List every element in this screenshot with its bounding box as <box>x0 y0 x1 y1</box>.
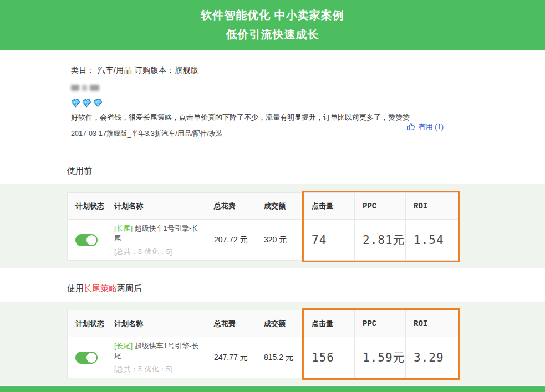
helpful-label: 有用 (1) <box>419 122 444 132</box>
section-title-suffix: 两周后 <box>117 283 142 293</box>
section-title-text: 使用前 <box>67 166 92 175</box>
banner-title-line2: 低价引流快速成长 <box>226 27 319 42</box>
plan-table-after: 计划状态 计划名称 总花费 成交额 点击量 PPC ROI [长尾] 超级快车1… <box>67 310 459 378</box>
roi-cell: 1.54 <box>406 220 459 261</box>
total-cost-cell: 207.72 元 <box>206 220 256 261</box>
toggle-knob <box>86 353 96 363</box>
page: 软件智能优化 中小卖家案例 低价引流快速成长 类目： 汽车/用品 订购版本：旗舰… <box>0 0 545 392</box>
clicks-cell: 156 <box>304 337 355 378</box>
status-cell <box>68 337 106 378</box>
blurred-username <box>71 85 545 91</box>
col-header-deal: 成交额 <box>256 310 304 337</box>
status-cell <box>68 220 106 261</box>
col-header-cost: 总花费 <box>206 193 256 220</box>
table-header-row: 计划状态 计划名称 总花费 成交额 点击量 PPC ROI <box>68 193 459 220</box>
col-header-roi: ROI <box>406 193 459 220</box>
section-title-before: 使用前 <box>67 166 545 176</box>
col-header-status: 计划状态 <box>68 193 106 220</box>
col-header-cost: 总花费 <box>206 310 256 337</box>
diamond-icon <box>82 98 91 108</box>
table-band-after: 计划状态 计划名称 总花费 成交额 点击量 PPC ROI [长尾] 超级快车1… <box>0 302 545 385</box>
review-date-line: 2017-03-17旗舰版_半年3.3折汽车/用品/配件/改装 <box>71 129 545 139</box>
col-header-status: 计划状态 <box>68 310 106 337</box>
total-cost-cell: 247.77 元 <box>206 337 256 378</box>
review-text: 好软件，会省钱，很爱长尾策略，点击单价真的下降了不少，流量有明显提升，订单比以前… <box>71 113 545 123</box>
col-header-ppc: PPC <box>355 310 406 337</box>
banner-title-line1: 软件智能优化 中小卖家案例 <box>201 8 344 23</box>
col-header-deal: 成交额 <box>256 193 304 220</box>
table-header-row: 计划状态 计划名称 总花费 成交额 点击量 PPC ROI <box>68 310 459 337</box>
helpful-button[interactable]: 有用 (1) <box>406 122 444 132</box>
diamond-icon <box>93 98 103 108</box>
table-band-before: 计划状态 计划名称 总花费 成交额 点击量 PPC ROI [长尾] 超级快车1… <box>0 184 545 268</box>
toggle-knob <box>86 235 96 245</box>
col-header-name: 计划名称 <box>106 193 206 220</box>
table-wrap-after: 计划状态 计划名称 总花费 成交额 点击量 PPC ROI [长尾] 超级快车1… <box>67 310 459 378</box>
col-header-roi: ROI <box>406 310 459 337</box>
section-title-text: 使用 <box>67 283 84 293</box>
col-header-clicks: 点击量 <box>304 193 355 220</box>
col-header-name: 计划名称 <box>106 310 206 337</box>
plan-sub: [总共：5 优化：5] <box>114 365 206 374</box>
review-block: 类目： 汽车/用品 订购版本：旗舰版 好软件，会省钱，很爱长尾策略，点击单价真的… <box>0 50 545 150</box>
plan-name-cell: [长尾] 超级快车1号引擎-长尾 [总共：5 优化：5] <box>106 337 206 378</box>
section-title-red: 长尾策略 <box>84 283 117 293</box>
plan-tag: [长尾] <box>114 224 133 232</box>
rating-icons <box>71 98 545 108</box>
deal-amount-cell: 815.2 元 <box>256 337 304 378</box>
col-header-clicks: 点击量 <box>304 310 355 337</box>
plan-name-cell: [长尾] 超级快车1号引擎-长尾 [总共：5 优化：5] <box>106 220 206 261</box>
footer-bar <box>0 386 545 392</box>
category-meta: 类目： 汽车/用品 订购版本：旗舰版 <box>71 65 545 75</box>
col-header-ppc: PPC <box>355 193 406 220</box>
table-wrap-before: 计划状态 计划名称 总花费 成交额 点击量 PPC ROI [长尾] 超级快车1… <box>67 192 459 261</box>
diamond-icon <box>71 98 80 108</box>
plan-status-toggle[interactable] <box>75 352 98 364</box>
table-row: [长尾] 超级快车1号引擎-长尾 [总共：5 优化：5] 247.77 元 81… <box>68 337 459 378</box>
header-banner: 软件智能优化 中小卖家案例 低价引流快速成长 <box>0 0 545 50</box>
plan-sub: [总共：5 优化：5] <box>114 247 206 257</box>
clicks-cell: 74 <box>304 220 355 261</box>
table-row: [长尾] 超级快车1号引擎-长尾 [总共：5 优化：5] 207.72 元 32… <box>68 220 459 261</box>
thumbs-up-icon <box>406 122 416 132</box>
roi-cell: 3.29 <box>406 337 459 378</box>
ppc-cell: 2.81元 <box>355 220 406 261</box>
plan-tag: [长尾] <box>114 342 133 350</box>
section-title-after: 使用长尾策略两周后 <box>67 283 545 294</box>
divider <box>53 150 471 150</box>
ppc-cell: 1.59元 <box>355 337 406 378</box>
plan-status-toggle[interactable] <box>75 234 98 246</box>
deal-amount-cell: 320 元 <box>256 220 304 261</box>
plan-table-before: 计划状态 计划名称 总花费 成交额 点击量 PPC ROI [长尾] 超级快车1… <box>67 192 459 261</box>
